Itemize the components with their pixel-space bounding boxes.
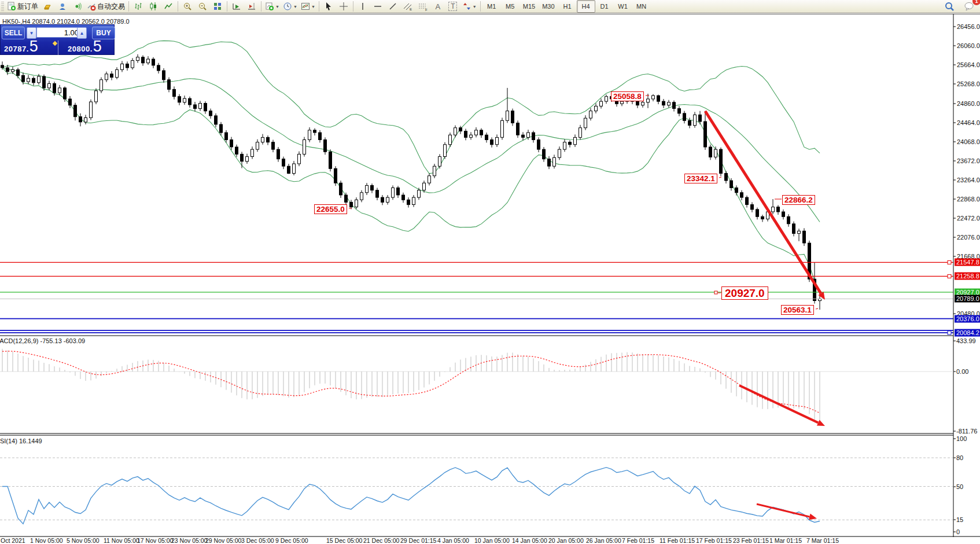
price-axis-label: 23672.0 [957,157,980,164]
candle-body [137,57,139,61]
sell-button[interactable]: SELL [2,27,25,39]
price-callout[interactable]: 25058.8 [611,91,644,101]
candle-body [506,111,509,121]
candle-body [142,57,145,63]
candle-body [480,130,483,135]
candle-body [334,168,337,183]
price-callout[interactable]: 22866.2 [782,195,815,205]
volume-input[interactable] [36,27,82,38]
candle-body [673,102,676,109]
candle-body [470,135,473,137]
volume-increase-button[interactable]: ▲ [77,27,87,39]
candle-body [241,154,244,161]
rsi-axis-label: 80 [956,454,963,461]
candle-body [308,130,311,140]
sell-price-big-digit: 5 [30,40,38,53]
candle-body [298,154,301,164]
candle-body [204,104,207,111]
macd-axis-label: 0.00 [956,368,968,375]
candle-body [668,102,670,105]
price-chart-canvas[interactable] [0,0,980,544]
candle-body [735,188,738,193]
price-callout[interactable]: 20927.0 [721,286,768,300]
candle-body [38,76,40,83]
candle-body [105,74,108,80]
price-callout[interactable]: 23342.1 [684,174,717,183]
candle-body [53,83,56,93]
candle-body [189,98,191,105]
time-axis: Oct 20211 Nov 05:005 Nov 05:0011 Nov 05:… [0,537,980,544]
price-callout[interactable]: 20563.1 [781,305,814,315]
candle-body [282,159,285,166]
candle-body [714,149,717,157]
candle-body [90,102,93,117]
line-handle[interactable] [948,331,951,335]
candle-body [756,209,759,216]
candle-body [272,142,275,149]
candle-body [12,69,14,71]
candle-body [485,135,488,139]
candle-body [324,140,327,152]
time-axis-label: 7 Feb 01:15 [622,537,654,544]
time-axis-label: 23 Nov 05:00 [171,537,207,544]
price-axis-label: 22076.0 [957,234,980,241]
candle-body [251,149,254,156]
candle-body [209,111,212,116]
candle-body [595,106,598,111]
candle-body [235,147,238,154]
rsi-axis-label: 15 [956,516,963,523]
macd-indicator-label: MACD(12,26,9) -755.13 -603.09 [0,337,85,344]
candle-body [798,231,801,233]
candle-body [319,133,322,139]
volume-decrease-button[interactable]: ▼ [27,27,36,39]
bollinger-middle-band [2,68,820,222]
price-axis-label: 26060.0 [957,42,980,49]
time-axis-label: 1 Mar 01:15 [769,537,802,544]
candle-body [17,69,20,75]
price-callout[interactable]: 22655.0 [314,204,347,214]
callout-connector [719,177,721,178]
candle-body [761,216,764,219]
price-axis-label: 24860.0 [957,100,980,107]
candle-body [199,104,202,109]
time-axis-label: 17 Feb 01:15 [696,537,732,544]
candle-body [32,78,35,83]
candle-body [366,185,369,192]
bollinger-upper-band [2,41,820,173]
price-axis-label: 24068.0 [957,138,980,145]
line-handle[interactable] [948,260,951,264]
candle-body [636,101,639,105]
callout-handle[interactable] [714,291,717,294]
time-axis-label: 29 Nov 05:00 [205,537,241,544]
line-handle[interactable] [948,274,951,278]
candle-body [537,140,540,150]
candle-body [642,102,644,105]
candle-body [194,105,197,109]
candle-body [79,117,82,122]
candle-body [600,101,603,106]
candle-body [558,149,561,157]
price-tag: 20084.2 [955,329,980,336]
candle-body [126,64,129,68]
candle-body [277,149,280,159]
candle-body [157,65,160,71]
candle-body [314,130,316,133]
candle-body [574,137,577,144]
buy-price-big-digit: 5 [93,40,102,53]
chart-area[interactable]: HK50-,H4 20874.0 21024.0 20562.0 20789.0… [0,14,980,544]
candle-body [418,190,421,197]
candle-body [27,78,30,82]
time-axis-label: Oct 2021 [1,537,25,544]
candle-body [84,117,87,122]
candle-body [439,157,441,167]
candle-body [787,216,790,223]
trend-arrow-line[interactable] [757,504,809,517]
candle-body [173,89,176,96]
candle-body [678,109,681,113]
candle-body [491,140,493,145]
trend-arrow-line[interactable] [739,385,818,422]
price-axis-label: 23264.0 [957,177,980,183]
buy-price: 20800. 5 [68,40,102,53]
candle-body [360,193,363,200]
trend-arrow-head[interactable] [809,514,817,520]
